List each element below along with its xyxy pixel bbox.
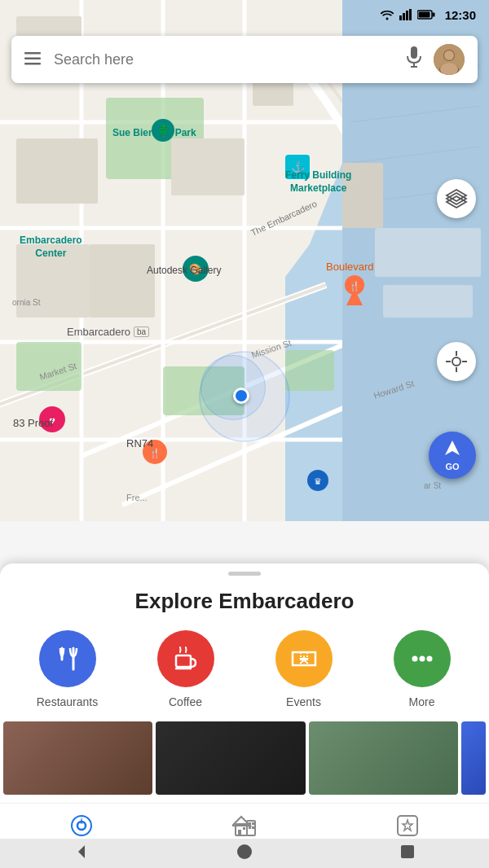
explore-bottom-sheet: Explore Embarcadero Restaurants bbox=[0, 563, 489, 803]
svg-rect-56 bbox=[403, 13, 405, 20]
map-layers-button[interactable] bbox=[437, 179, 476, 218]
svg-rect-30 bbox=[383, 285, 473, 318]
svg-marker-102 bbox=[403, 820, 412, 831]
svg-text:🌲: 🌲 bbox=[156, 124, 171, 138]
svg-point-89 bbox=[426, 656, 432, 662]
home-button[interactable] bbox=[236, 843, 253, 864]
more-label: More bbox=[409, 695, 435, 708]
svg-rect-29 bbox=[375, 228, 481, 277]
svg-text:⚓: ⚓ bbox=[291, 160, 306, 174]
svg-rect-98 bbox=[252, 826, 254, 829]
svg-rect-20 bbox=[171, 138, 244, 195]
user-avatar[interactable] bbox=[434, 44, 465, 75]
svg-point-87 bbox=[412, 656, 417, 662]
svg-rect-19 bbox=[16, 138, 98, 204]
back-button[interactable] bbox=[73, 844, 90, 863]
go-button-label: GO bbox=[445, 462, 459, 471]
svg-rect-97 bbox=[249, 826, 251, 829]
category-grid: Restaurants Coffee bbox=[0, 630, 489, 708]
sheet-handle bbox=[228, 572, 261, 576]
svg-rect-100 bbox=[243, 827, 245, 830]
more-icon bbox=[394, 630, 451, 687]
svg-text:ornia St: ornia St bbox=[12, 298, 41, 307]
wifi-icon bbox=[380, 9, 394, 20]
status-icons: 12:30 bbox=[380, 8, 476, 22]
svg-rect-63 bbox=[24, 57, 41, 59]
svg-marker-103 bbox=[78, 845, 85, 858]
search-input[interactable] bbox=[54, 51, 406, 68]
my-location-button[interactable] bbox=[437, 342, 476, 381]
svg-rect-55 bbox=[399, 15, 402, 20]
svg-rect-17 bbox=[285, 350, 334, 391]
recents-button[interactable] bbox=[399, 844, 416, 863]
microphone-icon[interactable] bbox=[406, 46, 422, 72]
svg-rect-62 bbox=[24, 52, 41, 55]
svg-marker-75 bbox=[447, 193, 466, 204]
svg-rect-105 bbox=[401, 845, 414, 858]
svg-rect-96 bbox=[252, 822, 254, 825]
svg-rect-95 bbox=[249, 822, 251, 825]
svg-marker-81 bbox=[445, 441, 460, 455]
go-arrow-icon bbox=[443, 439, 461, 461]
svg-rect-61 bbox=[418, 12, 430, 18]
user-location-dot bbox=[233, 388, 249, 404]
coffee-label: Coffee bbox=[169, 695, 202, 708]
svg-text:🍴: 🍴 bbox=[149, 447, 161, 458]
svg-rect-23 bbox=[90, 244, 155, 318]
svg-rect-60 bbox=[432, 13, 434, 17]
svg-rect-57 bbox=[406, 11, 408, 20]
photo-thumb-2[interactable] bbox=[156, 721, 305, 795]
category-coffee[interactable]: Coffee bbox=[153, 630, 218, 708]
battery-icon bbox=[417, 10, 435, 20]
system-nav-bar bbox=[0, 839, 489, 868]
signal-icon bbox=[399, 9, 412, 20]
svg-text:Fre...: Fre... bbox=[126, 493, 148, 502]
svg-text:🎨: 🎨 bbox=[189, 262, 203, 276]
category-more[interactable]: More bbox=[390, 630, 455, 708]
category-events[interactable]: Events bbox=[271, 630, 337, 708]
explore-title: Explore Embarcadero bbox=[0, 589, 489, 614]
category-restaurants[interactable]: Restaurants bbox=[35, 630, 100, 708]
svg-rect-31 bbox=[342, 163, 383, 228]
svg-rect-58 bbox=[409, 9, 412, 20]
svg-rect-85 bbox=[176, 655, 191, 667]
events-icon bbox=[275, 630, 333, 687]
svg-point-71 bbox=[444, 50, 454, 60]
svg-point-76 bbox=[452, 357, 460, 366]
svg-text:🍴: 🍴 bbox=[349, 280, 360, 292]
hamburger-menu-icon[interactable] bbox=[24, 50, 41, 69]
photo-thumb-3[interactable] bbox=[309, 721, 458, 795]
restaurants-label: Restaurants bbox=[37, 695, 98, 708]
svg-point-88 bbox=[419, 656, 425, 662]
svg-text:♛: ♛ bbox=[314, 476, 322, 486]
location-accuracy-ring bbox=[200, 355, 266, 420]
status-time: 12:30 bbox=[445, 8, 476, 22]
photo-thumb-4[interactable] bbox=[461, 721, 486, 795]
svg-rect-65 bbox=[411, 46, 417, 59]
search-bar[interactable] bbox=[11, 36, 478, 83]
photo-thumb-1[interactable] bbox=[3, 721, 152, 795]
svg-rect-64 bbox=[24, 63, 41, 65]
restaurants-icon bbox=[39, 630, 96, 687]
photo-preview-row bbox=[0, 721, 489, 795]
events-label: Events bbox=[286, 695, 321, 708]
coffee-icon bbox=[157, 630, 214, 687]
status-bar: 12:30 bbox=[0, 0, 489, 29]
svg-text:ar St: ar St bbox=[424, 481, 441, 490]
svg-rect-99 bbox=[238, 830, 241, 835]
svg-point-104 bbox=[237, 844, 252, 859]
go-navigation-button[interactable]: GO bbox=[429, 432, 476, 479]
svg-text:♥: ♥ bbox=[49, 414, 55, 427]
